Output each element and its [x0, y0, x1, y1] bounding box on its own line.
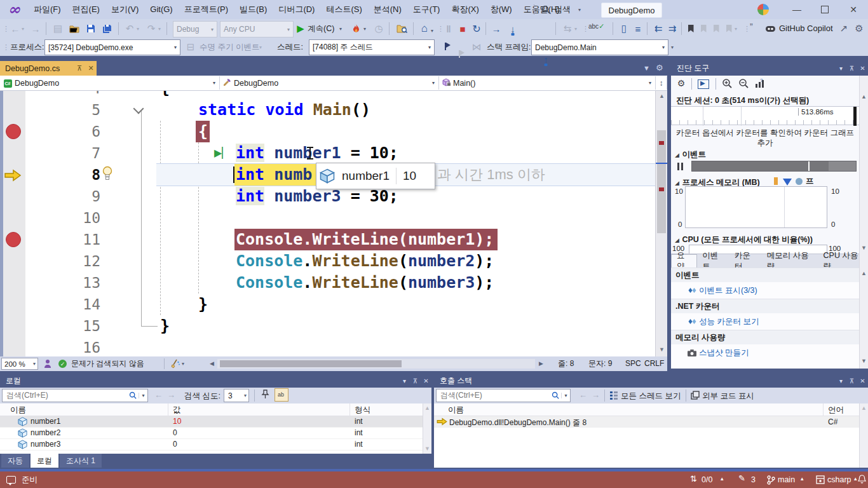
window-position-caret-icon[interactable]: ▾ [399, 377, 410, 384]
close-button[interactable]: ✕ [839, 0, 868, 19]
stack-frame-combo[interactable]: DebugDemo.Main▾ [531, 39, 668, 55]
column-indicator[interactable]: 문자: 9 [588, 356, 612, 371]
window-position-caret-icon[interactable]: ▾ [836, 65, 846, 72]
show-values-inline-toggle[interactable]: ab [275, 388, 288, 402]
problems-status[interactable]: 문제가 검색되지 않음 [71, 356, 144, 371]
menu-item-3[interactable]: Git(G) [144, 0, 178, 19]
summary-link-2[interactable]: 스냅샷 만들기 [671, 344, 859, 361]
pin-icon[interactable]: ⊼ [846, 65, 857, 72]
events-section-header[interactable]: ◢ 이벤트 [675, 148, 706, 160]
step-into-icon[interactable]: ↓ [506, 21, 520, 36]
search-icon[interactable] [550, 390, 561, 402]
pending-edits-count[interactable]: 3 [751, 471, 756, 488]
diag-tab-1[interactable]: 이벤트 [697, 254, 729, 268]
search-depth-combo[interactable]: 3 ▾ [224, 389, 249, 402]
previous-bookmark-icon[interactable] [699, 25, 708, 32]
run-to-click-icon[interactable]: ▶▏ [214, 147, 230, 159]
new-project-icon[interactable]: ▤ [51, 21, 65, 36]
map-mode-icon[interactable]: ⇆ [560, 21, 574, 36]
pin-icon[interactable]: ⊼ [74, 64, 85, 72]
show-next-statement-icon[interactable]: → [489, 21, 503, 36]
github-copilot-icon[interactable] [765, 24, 776, 34]
events-track[interactable] [691, 161, 857, 172]
timeline-cursor[interactable] [853, 107, 857, 126]
decrease-indent-icon[interactable]: ⇇ [652, 21, 665, 36]
show-threads-icon[interactable] [609, 391, 618, 400]
flag-threads-icon[interactable] [445, 43, 451, 50]
column-name[interactable]: 이름 [10, 405, 26, 416]
zoom-out-icon[interactable] [738, 78, 749, 89]
toolbar-grip[interactable]: ⋮ [582, 19, 588, 38]
scroll-up-icon[interactable]: ▲ [423, 405, 431, 411]
nav-member-dropdown[interactable]: Main() ▾ [439, 76, 656, 90]
hot-reload-icon[interactable] [349, 21, 362, 36]
git-repo-icon[interactable] [816, 475, 825, 484]
solution-home-icon[interactable]: ⌂ [418, 21, 431, 36]
toolbar-grip[interactable]: ⋮ [3, 37, 9, 57]
column-type[interactable]: 형식 [355, 405, 370, 416]
toggle-bookmark-icon[interactable] [686, 25, 695, 32]
locals-tab-1[interactable]: 로컬 [31, 454, 58, 468]
scroll-down-icon[interactable]: ▼ [860, 245, 868, 251]
diagnostics-scrollbar[interactable]: ▲ ▼ ▲ ▼ [859, 76, 868, 369]
locals-title-bar[interactable]: 로컬 ▾ ⊼ ✕ [0, 374, 431, 388]
column-name[interactable]: 이름 [448, 405, 464, 416]
increase-indent-icon[interactable]: ⇉ [666, 21, 679, 36]
save-all-icon[interactable] [100, 21, 114, 36]
nav-class-dropdown[interactable]: DebugDemo ▾ [220, 76, 439, 90]
github-copilot-label[interactable]: GitHub Copilot [779, 20, 833, 37]
diag-tab-0[interactable]: 요약 [671, 254, 697, 268]
historical-debug-icon[interactable]: ◷ [372, 21, 385, 36]
search-options-caret-icon[interactable]: ▾ [561, 393, 570, 398]
locals-grid[interactable]: 이름 값 형식 number110intnumber20intnumber30i… [0, 403, 431, 454]
sync-arrows-icon[interactable]: ⇅ [690, 474, 697, 484]
output-message-icon[interactable] [6, 476, 16, 484]
callstack-row-0[interactable]: DebugDemo.dll!DebugDemo.Main() 줄 8C# [434, 416, 859, 428]
session-timeline[interactable]: 513.86ms [671, 106, 859, 125]
search-caret-icon[interactable]: ▾ [578, 7, 581, 13]
undo-caret-icon[interactable]: ▾ [137, 26, 139, 32]
copilot-share-icon[interactable]: ↗ [837, 21, 850, 36]
summary-link-0[interactable]: 이벤트 표시(3/3) [671, 282, 859, 299]
split-editor-button[interactable]: ↕ [656, 76, 667, 90]
navigate-back-icon[interactable]: ← [9, 21, 22, 36]
menu-item-1[interactable]: 편집(E) [67, 0, 105, 19]
search-menu[interactable]: 검색 [554, 0, 571, 19]
scrollbar-thumb[interactable] [657, 130, 666, 233]
scroll-up-icon[interactable]: ▲ [656, 93, 667, 99]
toolbar-overflow-caret-icon[interactable]: ▾ [671, 44, 674, 50]
continue-caret-icon[interactable]: ▾ [339, 26, 342, 32]
branch-caret-icon[interactable]: ▴ [801, 475, 804, 482]
menu-item-0[interactable]: 파일(F) [28, 0, 67, 19]
feedback-project-box[interactable]: DebugDemo [601, 3, 662, 18]
account-pinwheel-icon[interactable] [757, 4, 769, 15]
redo-caret-icon[interactable]: ▾ [158, 26, 161, 32]
summary-link-1[interactable]: 성능 카운터 보기 [671, 313, 859, 330]
locals-scrollbar[interactable]: ▲ ▼ [423, 403, 431, 454]
close-icon[interactable]: ✕ [421, 377, 431, 384]
diag-tab-3[interactable]: 메모리 사용량 [762, 254, 818, 268]
bookmark-caret-icon[interactable]: ▾ [735, 26, 737, 32]
code-text[interactable]: Console.WriteLine(number2); [236, 250, 494, 272]
scroll-up-icon[interactable]: ▲ [860, 270, 868, 276]
pin-icon[interactable]: ⊼ [846, 377, 857, 384]
editor-options-gear-icon[interactable]: ⚙ [656, 63, 663, 72]
diag-tab-2[interactable]: 카운터 [729, 254, 762, 268]
locals-row-number3[interactable]: number30int [0, 439, 423, 451]
navigate-forward-icon[interactable]: → [29, 21, 42, 36]
locals-row-number2[interactable]: number20int [0, 428, 423, 439]
undo-icon[interactable]: ↶ [123, 21, 136, 36]
search-forward-icon[interactable]: → [592, 390, 600, 400]
home-caret-icon[interactable]: ▾ [431, 28, 433, 34]
scroll-left-icon[interactable]: ◀ [210, 360, 214, 367]
sync-caret-icon[interactable]: ▴ [721, 475, 724, 482]
pin-values-icon[interactable] [259, 390, 271, 399]
variable-value[interactable]: 10 [173, 417, 181, 426]
perf-tip[interactable]: 과 시간 1ms 이하 [437, 164, 545, 186]
notifications-bell-icon[interactable] [858, 475, 866, 484]
counters-chart-icon[interactable]: ? [755, 78, 765, 88]
editor-vertical-scrollbar[interactable]: ▲ ▼ [655, 91, 667, 356]
zoom-in-icon[interactable] [722, 78, 733, 89]
code-text[interactable]: Console.WriteLine(number3); [236, 272, 494, 294]
code-editor[interactable]: 4{5static void Main()6{7int number1 = 10… [0, 91, 667, 356]
